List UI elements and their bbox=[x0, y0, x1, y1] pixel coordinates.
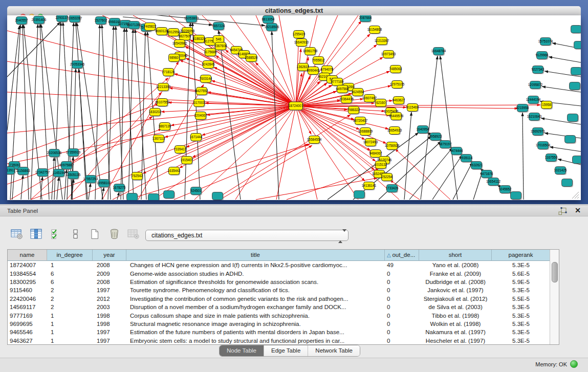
graph-node[interactable]: 2718126 bbox=[162, 69, 175, 77]
graph-node[interactable]: 98960 bbox=[169, 54, 181, 63]
graph-node[interactable]: 1015132 bbox=[375, 161, 387, 170]
graph-node[interactable]: 62160 bbox=[376, 99, 387, 108]
graph-node[interactable]: 15449578 bbox=[389, 113, 404, 121]
table-row[interactable]: 946362711997Embryonic stem cells: a mode… bbox=[8, 337, 550, 345]
graph-node[interactable]: 15751074 bbox=[538, 38, 553, 47]
tab-network-table[interactable]: Network Table bbox=[308, 345, 360, 356]
float-panel-icon[interactable] bbox=[558, 207, 568, 215]
graph-node[interactable] bbox=[573, 156, 581, 165]
graph-node[interactable]: 11156863 bbox=[16, 167, 30, 176]
graph-node[interactable]: 924501 bbox=[190, 187, 202, 196]
table-row[interactable]: 1938455462009Genome-wide association stu… bbox=[8, 269, 550, 277]
graph-node[interactable]: 9990443 bbox=[307, 67, 320, 76]
graph-node[interactable]: 13505135 bbox=[66, 171, 81, 180]
graph-node[interactable]: 3867139 bbox=[159, 123, 171, 132]
graph-node[interactable]: 7857224 bbox=[212, 23, 225, 31]
graph-node[interactable] bbox=[568, 114, 579, 123]
table-row[interactable]: 969969511998Structural magnetic resonanc… bbox=[8, 320, 550, 328]
graph-node[interactable]: 14136141 bbox=[362, 182, 377, 191]
graph-node[interactable] bbox=[148, 194, 160, 201]
graph-node[interactable]: 15654923 bbox=[387, 127, 402, 136]
table-row[interactable]: 911546021997Tourette syndrome. Phenomeno… bbox=[8, 286, 550, 294]
graph-node[interactable]: 15958 bbox=[541, 101, 553, 110]
graph-node[interactable]: 2087664 bbox=[359, 15, 372, 23]
graph-node[interactable]: 15218506 bbox=[265, 24, 279, 32]
graph-node[interactable]: 9463627 bbox=[393, 97, 405, 105]
graph-node[interactable]: 9115460 bbox=[406, 104, 419, 113]
graph-node[interactable]: 1733426 bbox=[386, 185, 399, 193]
tab-node-table[interactable]: Node Table bbox=[220, 345, 264, 356]
graph-node[interactable]: 17359919 bbox=[66, 149, 81, 158]
table-row[interactable]: 1830029562008Estimation of significance … bbox=[8, 278, 550, 286]
graph-node[interactable]: 2935114 bbox=[460, 155, 473, 163]
graph-node[interactable]: 16154808 bbox=[367, 26, 382, 35]
select-columns-button[interactable] bbox=[49, 228, 62, 242]
table-select-dropdown[interactable]: citations_edges.txt bbox=[145, 230, 349, 241]
table-scrollbar-thumb[interactable] bbox=[552, 262, 558, 282]
tab-edge-table[interactable]: Edge Table bbox=[264, 345, 308, 356]
graph-node[interactable]: 8813054 bbox=[262, 16, 275, 25]
close-panel-icon[interactable]: ✕ bbox=[575, 206, 581, 214]
graph-node[interactable]: 7465822 bbox=[144, 23, 157, 32]
graph-node[interactable]: 17016504 bbox=[536, 142, 551, 150]
graph-node[interactable]: 10607467 bbox=[362, 95, 377, 103]
graph-node[interactable]: 16640910 bbox=[294, 39, 309, 48]
graph-node[interactable]: 9227343 bbox=[532, 66, 545, 75]
graph-node[interactable]: 1021425 bbox=[554, 167, 567, 176]
graph-node[interactable] bbox=[571, 68, 581, 76]
graph-node[interactable]: 2040557 bbox=[15, 17, 28, 26]
graph-node[interactable] bbox=[127, 193, 139, 201]
table-row[interactable]: 946554611997Estimation of the future num… bbox=[8, 328, 550, 336]
graph-node[interactable]: 3913911 bbox=[7, 167, 16, 176]
graph-node[interactable]: 20364436 bbox=[339, 96, 354, 104]
column-header-title[interactable]: title bbox=[126, 250, 385, 261]
graph-node[interactable]: 18724007 bbox=[289, 102, 303, 111]
graph-node[interactable]: 9242845 bbox=[202, 61, 215, 70]
graph-node[interactable]: 7339417 bbox=[174, 146, 187, 155]
graph-node[interactable]: 7632621 bbox=[470, 162, 483, 170]
graph-node[interactable]: 8958923 bbox=[429, 133, 442, 142]
graph-node[interactable]: 8215958 bbox=[516, 104, 529, 113]
graph-node[interactable]: 9129966 bbox=[536, 52, 549, 60]
graph-node[interactable]: 2588520 bbox=[245, 54, 258, 63]
graph-node[interactable] bbox=[354, 191, 366, 200]
graph-node[interactable] bbox=[511, 192, 522, 201]
create-column-button[interactable] bbox=[88, 228, 101, 242]
graph-node[interactable]: 7603144 bbox=[200, 75, 212, 84]
graph-node[interactable]: 1145194 bbox=[53, 169, 66, 178]
row-height-button[interactable] bbox=[69, 228, 82, 242]
column-header-indegree[interactable]: in_degree bbox=[47, 250, 93, 261]
table-row[interactable]: 977716911998Corpus callosum shape and si… bbox=[8, 311, 550, 319]
column-header-year[interactable]: year bbox=[93, 250, 126, 261]
graph-node[interactable]: 1527602 bbox=[95, 17, 107, 26]
graph-node[interactable]: 7485063 bbox=[389, 65, 402, 74]
graph-node[interactable]: 1678275 bbox=[113, 184, 126, 193]
graph-node[interactable] bbox=[565, 136, 577, 144]
graph-node[interactable]: 10653287 bbox=[68, 15, 82, 23]
graph-node[interactable]: 12095872 bbox=[528, 81, 543, 90]
column-header-short[interactable]: short bbox=[419, 250, 492, 261]
graph-node[interactable] bbox=[562, 179, 574, 188]
graph-node[interactable]: 16210643 bbox=[527, 113, 542, 122]
graph-node[interactable]: 1255419 bbox=[293, 31, 306, 39]
memory-status-icon[interactable] bbox=[570, 360, 578, 368]
graph-node[interactable]: 16961758 bbox=[303, 48, 318, 56]
graph-node[interactable]: 1640954 bbox=[417, 126, 429, 135]
show-columns-button[interactable] bbox=[30, 228, 43, 242]
graph-node[interactable] bbox=[571, 26, 581, 34]
graph-node[interactable]: 3175685 bbox=[204, 49, 217, 57]
graph-node[interactable]: 1915407 bbox=[181, 157, 193, 165]
delete-table-button[interactable] bbox=[127, 228, 140, 242]
graph-node[interactable]: 8660128 bbox=[156, 28, 168, 36]
graph-node[interactable]: 16053803 bbox=[184, 15, 199, 23]
table-mode-button[interactable] bbox=[10, 228, 24, 242]
graph-node[interactable]: 10654112 bbox=[486, 178, 500, 187]
graph-node[interactable]: 3624554 bbox=[352, 89, 364, 97]
graph-node[interactable] bbox=[574, 41, 581, 50]
graph-node[interactable]: 12342757 bbox=[35, 169, 50, 178]
graph-node[interactable]: 9245652 bbox=[499, 186, 512, 194]
graph-node[interactable] bbox=[570, 82, 581, 91]
graph-node[interactable]: 1635442 bbox=[168, 167, 181, 176]
graph-node[interactable]: 2293137 bbox=[56, 15, 69, 23]
graph-node[interactable]: 18720407 bbox=[353, 117, 368, 126]
